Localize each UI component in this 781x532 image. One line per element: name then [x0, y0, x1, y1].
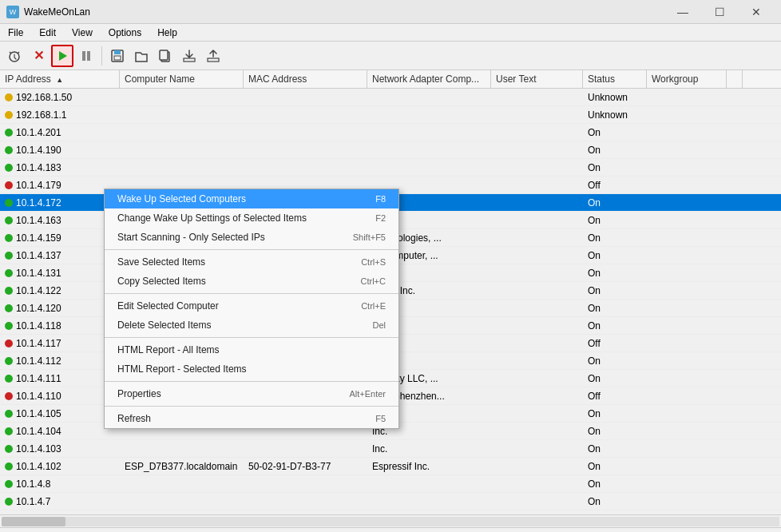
menu-file[interactable]: File [0, 26, 31, 40]
context-menu-item-label: Start Scanning - Only Selected IPs [117, 232, 265, 243]
status-indicator-dot [5, 252, 13, 260]
workgroup-cell [647, 465, 727, 468]
status-indicator-dot [5, 234, 13, 242]
status-cell: On [583, 424, 647, 439]
table-row[interactable]: 10.1.4.6 On [0, 510, 781, 514]
computer-name-cell [120, 149, 244, 152]
context-menu-item-label: Save Selected Items [117, 256, 205, 268]
col-header-workgroup[interactable]: Workgroup [647, 70, 727, 88]
alarm-button[interactable] [3, 45, 26, 67]
context-menu-item[interactable]: Save Selected Items Ctrl+S [105, 252, 398, 272]
menu-bar: File Edit View Options Help [0, 24, 781, 42]
horizontal-scrollbar[interactable] [0, 514, 781, 527]
ip-cell: 10.1.4.172 [0, 196, 120, 210]
minimize-button[interactable]: — [664, 0, 701, 24]
ip-address: 10.1.4.117 [16, 338, 61, 349]
col-header-adapter[interactable]: Network Adapter Comp... [367, 70, 491, 88]
save-button[interactable] [106, 45, 129, 67]
stop-button[interactable]: ✕ [27, 45, 50, 67]
table-row[interactable]: 192.168.1.1 Unknown [0, 106, 781, 124]
context-menu-item[interactable]: Delete Selected Items Del [105, 316, 398, 335]
table-row[interactable]: 10.1.4.183 On [0, 159, 781, 177]
adapter-cell [367, 96, 491, 99]
user-text-cell [491, 254, 583, 257]
context-menu-item[interactable]: Copy Selected Items Ctrl+C [105, 272, 398, 291]
context-menu-item[interactable]: Refresh F5 [105, 409, 398, 428]
mac-address-cell [244, 184, 367, 187]
workgroup-cell [647, 289, 727, 292]
context-menu-item[interactable]: Start Scanning - Only Selected IPs Shift… [105, 228, 398, 247]
ip-cell: 10.1.4.163 [0, 213, 120, 228]
context-menu-item[interactable]: HTML Report - All Items [105, 340, 398, 359]
table-row[interactable]: 10.1.4.190 On [0, 141, 781, 159]
adapter-cell [367, 184, 491, 187]
status-cell: On [583, 161, 647, 175]
context-menu-item[interactable]: Change Wake Up Settings of Selected Item… [105, 208, 398, 228]
play-button[interactable] [51, 45, 73, 67]
mac-address-cell [244, 447, 367, 451]
ip-address: 10.1.4.104 [16, 426, 61, 437]
adapter-cell [367, 131, 491, 134]
workgroup-cell [647, 272, 727, 275]
ip-cell: 10.1.4.112 [0, 354, 120, 368]
menu-options[interactable]: Options [101, 26, 149, 40]
context-menu-separator [105, 406, 398, 407]
status-cell: On [583, 196, 647, 210]
close-button[interactable]: ✕ [738, 0, 775, 24]
copy-button[interactable] [154, 45, 176, 67]
pause-button[interactable] [75, 45, 97, 67]
col-header-mac[interactable]: MAC Address [244, 70, 367, 88]
menu-view[interactable]: View [64, 26, 101, 40]
workgroup-cell [647, 412, 727, 415]
status-indicator-dot [5, 93, 13, 101]
context-menu-item-label: Change Wake Up Settings of Selected Item… [117, 212, 307, 224]
scrollbar-track[interactable] [2, 517, 779, 526]
status-cell: Off [583, 178, 647, 193]
menu-edit[interactable]: Edit [31, 26, 64, 40]
ip-cell: 192.168.1.1 [0, 108, 120, 122]
col-header-computer[interactable]: Computer Name [120, 70, 244, 88]
status-cell: Off [583, 389, 647, 403]
import-button[interactable] [178, 45, 200, 67]
user-text-cell [491, 201, 583, 204]
mac-address-cell [244, 131, 367, 134]
table-row[interactable]: 10.1.4.8 On [0, 475, 781, 493]
ip-address: 10.1.4.120 [16, 303, 61, 314]
mac-address-cell [244, 500, 367, 503]
open-button[interactable] [130, 45, 153, 67]
table-row[interactable]: 10.1.4.103 Inc. On [0, 440, 781, 458]
col-header-ip[interactable]: IP Address ▲ [0, 70, 120, 88]
status-indicator-dot [5, 392, 13, 400]
ip-address: 10.1.4.103 [16, 443, 61, 455]
export-button[interactable] [202, 45, 224, 67]
context-menu-shortcut: F5 [375, 414, 386, 423]
table-row[interactable]: 192.168.1.50 Unknown [0, 89, 781, 106]
context-menu-shortcut: F8 [375, 194, 386, 204]
workgroup-cell [647, 395, 727, 398]
context-menu-item-label: Refresh [117, 413, 151, 424]
adapter-cell: Espressif Inc. [367, 459, 491, 474]
status-cell: On [583, 266, 647, 280]
context-menu-item[interactable]: Wake Up Selected Computers F8 [105, 189, 398, 208]
ip-cell: 10.1.4.104 [0, 424, 120, 439]
user-text-cell [491, 219, 583, 222]
ip-cell: 10.1.4.102 [0, 459, 120, 474]
context-menu-item[interactable]: Properties Alt+Enter [105, 384, 398, 403]
table-row[interactable]: 10.1.4.201 On [0, 124, 781, 141]
maximize-button[interactable]: ☐ [701, 0, 738, 24]
menu-help[interactable]: Help [149, 26, 185, 40]
app-icon: W [6, 6, 19, 18]
ip-cell: 10.1.4.201 [0, 125, 120, 140]
col-header-status[interactable]: Status [583, 70, 647, 88]
scrollbar-thumb[interactable] [2, 517, 65, 526]
table-row[interactable]: 10.1.4.7 On [0, 493, 781, 510]
status-cell: On [583, 248, 647, 263]
col-header-user[interactable]: User Text [491, 70, 583, 88]
context-menu-item[interactable]: HTML Report - Selected Items [105, 359, 398, 379]
svg-rect-2 [82, 51, 85, 61]
computer-name-cell [120, 184, 244, 187]
table-row[interactable]: 10.1.4.102 ESP_D7B377.localdomain 50-02-… [0, 458, 781, 475]
ip-address: 10.1.4.8 [16, 478, 50, 490]
context-menu-item[interactable]: Edit Selected Computer Ctrl+E [105, 296, 398, 316]
workgroup-cell [647, 324, 727, 328]
